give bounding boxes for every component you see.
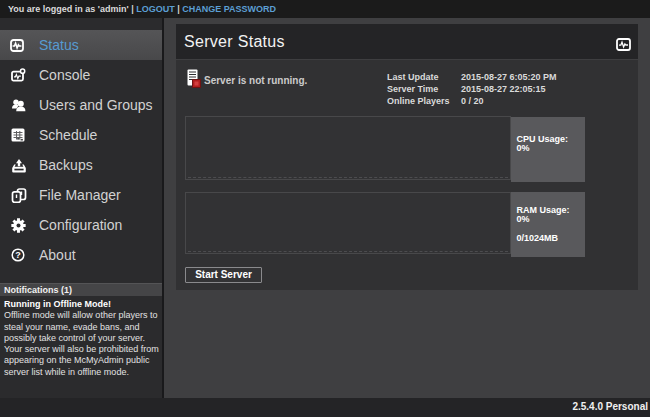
svg-text:?: ? [15, 250, 21, 260]
